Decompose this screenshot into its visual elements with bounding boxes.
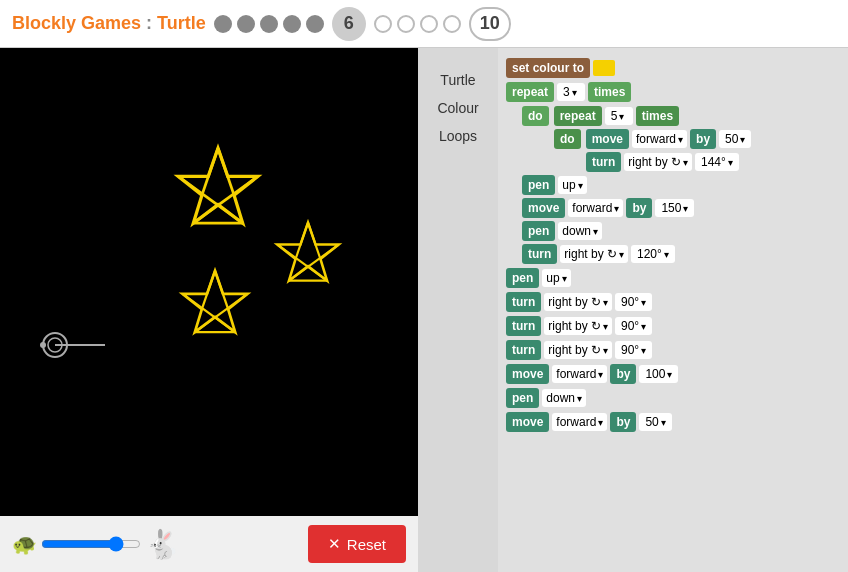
pen-down-label: pen (522, 221, 555, 241)
brand-name: Blockly Games (12, 13, 141, 33)
turn-90-3-angle[interactable]: 90° (615, 341, 652, 359)
move-50-forward-dd[interactable]: forward (552, 413, 607, 431)
turn-90-2-dir-dd[interactable]: right by ↻ (544, 317, 612, 335)
repeat-inner-label: repeat (554, 106, 602, 126)
turn-90-3-label: turn (506, 340, 541, 360)
by-outer1-label: by (626, 198, 652, 218)
turn-90-1-dir-dd[interactable]: right by ↻ (544, 293, 612, 311)
repeat-inner-count[interactable]: 5 (605, 107, 633, 125)
blocks-area: set colour to repeat 3 times do repeat 5… (498, 48, 848, 572)
pen-up-row: pen up (522, 175, 840, 195)
repeat-inner-times: times (636, 106, 679, 126)
by-inner1-label: by (690, 129, 716, 149)
dot-10 (443, 15, 461, 33)
svg-line-15 (195, 294, 248, 332)
svg-line-13 (215, 271, 228, 309)
pen-down-outer-dd[interactable]: down (542, 389, 586, 407)
remaining-dots (374, 15, 461, 33)
dot-3 (260, 15, 278, 33)
turn-inner-label: turn (586, 152, 621, 172)
move-100-forward-dd[interactable]: forward (552, 365, 607, 383)
turn-90-1-label: turn (506, 292, 541, 312)
do-outer-label-row: do repeat 5 times (522, 106, 840, 126)
turn-90-2-angle[interactable]: 90° (615, 317, 652, 335)
pen-down-row: pen down (522, 221, 840, 241)
move-100-dist[interactable]: 100 (639, 365, 678, 383)
move-50-row: move forward by 50 (506, 412, 840, 432)
svg-line-7 (308, 223, 320, 259)
main-area: 🐢 🐇 ✕ Reset Turtle Colour Loops set colo… (0, 48, 848, 572)
reset-button[interactable]: ✕ Reset (308, 525, 406, 563)
speed-slider-container: 🐢 🐇 (12, 528, 296, 561)
svg-line-8 (296, 223, 308, 259)
svg-line-10 (277, 245, 327, 281)
logo: Blockly Games : Turtle (12, 13, 206, 34)
dot-4 (283, 15, 301, 33)
max-level-badge: 10 (469, 7, 511, 41)
colour-swatch[interactable] (593, 60, 615, 76)
dot-5 (306, 15, 324, 33)
svg-line-2 (202, 148, 218, 195)
dot-9 (420, 15, 438, 33)
turn-90-3-row: turn right by ↻ 90° (506, 340, 840, 360)
move-50-dist[interactable]: 50 (639, 413, 671, 431)
pen-down-outer-label: pen (506, 388, 539, 408)
repeat-outer-times: times (588, 82, 631, 102)
repeat-outer-block: repeat 3 times (506, 82, 840, 102)
turn-outer-dir-dd[interactable]: right by ↻ (560, 245, 628, 263)
move-inner-forward-dd[interactable]: forward (632, 130, 687, 148)
slow-turtle-icon: 🐢 (12, 532, 37, 556)
svg-line-16 (183, 294, 236, 332)
move-outer-forward-dd[interactable]: forward (568, 199, 623, 217)
by-100-label: by (610, 364, 636, 384)
sidebar-item-turtle[interactable]: Turtle (418, 68, 498, 92)
reset-icon: ✕ (328, 535, 341, 553)
dot-1 (214, 15, 232, 33)
pen-down-dd[interactable]: down (558, 222, 602, 240)
move-100-label: move (506, 364, 549, 384)
turn-90-2-label: turn (506, 316, 541, 336)
current-level-badge[interactable]: 6 (332, 7, 366, 41)
turn-inner-row: turn right by ↻ 144° (586, 152, 840, 172)
set-colour-label: set colour to (506, 58, 590, 78)
canvas-area: 🐢 🐇 ✕ Reset (0, 48, 418, 572)
do-outer-label: do (522, 106, 549, 126)
repeat-outer-count[interactable]: 3 (557, 83, 585, 101)
pen-up-outer-label: pen (506, 268, 539, 288)
turn-inner-angle[interactable]: 144° (695, 153, 739, 171)
move-outer-dist[interactable]: 150 (655, 199, 694, 217)
move-inner-dist[interactable]: 50 (719, 130, 751, 148)
pen-up-label: pen (522, 175, 555, 195)
dot-2 (237, 15, 255, 33)
turtle-canvas (0, 48, 418, 572)
speed-slider[interactable] (41, 536, 141, 552)
svg-line-3 (193, 176, 257, 223)
dot-8 (397, 15, 415, 33)
turn-90-2-row: turn right by ↻ 90° (506, 316, 840, 336)
header: Blockly Games : Turtle 6 10 (0, 0, 848, 48)
turn-outer-angle[interactable]: 120° (631, 245, 675, 263)
turn-outer-row: turn right by ↻ 120° (522, 244, 840, 264)
turn-inner-dir-dd[interactable]: right by ↻ (624, 153, 692, 171)
repeat-outer-label: repeat (506, 82, 554, 102)
set-colour-block: set colour to (506, 58, 840, 78)
svg-line-1 (218, 148, 234, 195)
svg-line-9 (289, 245, 339, 281)
sidebar: Turtle Colour Loops (418, 48, 498, 572)
turn-90-3-dir-dd[interactable]: right by ↻ (544, 341, 612, 359)
turn-90-1-angle[interactable]: 90° (615, 293, 652, 311)
canvas-controls: 🐢 🐇 ✕ Reset (0, 516, 418, 572)
pen-up-outer-dd[interactable]: up (542, 269, 570, 287)
turn-outer-label: turn (522, 244, 557, 264)
pen-up-dd[interactable]: up (558, 176, 586, 194)
pen-up-outer-row: pen up (506, 268, 840, 288)
svg-point-21 (40, 342, 46, 348)
fast-turtle-icon: 🐇 (145, 528, 180, 561)
do-inner-label: do (554, 129, 581, 149)
sidebar-item-colour[interactable]: Colour (418, 96, 498, 120)
sidebar-item-loops[interactable]: Loops (418, 124, 498, 148)
move-outer-row: move forward by 150 (522, 198, 840, 218)
game-title: Turtle (157, 13, 206, 33)
svg-line-4 (178, 176, 242, 223)
turtle (40, 333, 105, 357)
